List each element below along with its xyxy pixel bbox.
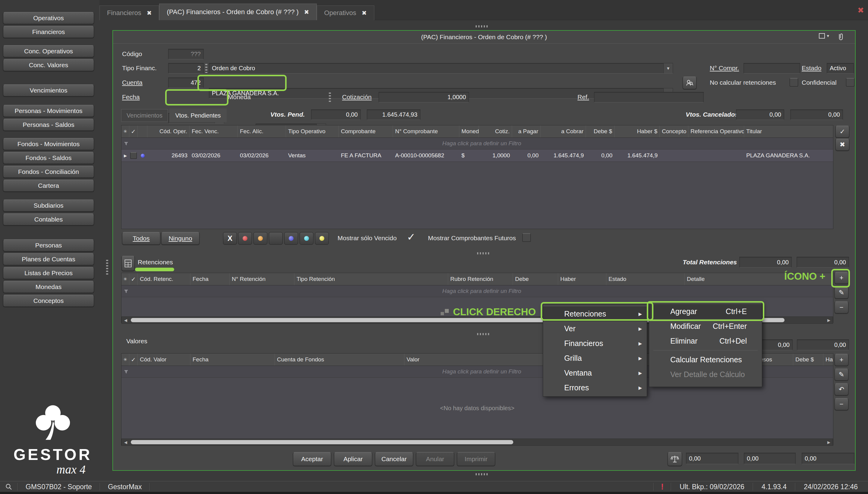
column-header[interactable]: Haber $ [615, 126, 660, 137]
row-expander-icon[interactable]: ▶ [121, 150, 129, 162]
column-header[interactable]: Moneda [459, 126, 479, 137]
sidebar-item-vencimientos[interactable]: Vencimientos [3, 84, 94, 96]
column-header[interactable]: Debe [513, 273, 558, 285]
column-header[interactable]: Referencia Operativo [688, 126, 744, 137]
scroll-thumb[interactable] [131, 440, 513, 444]
cell-cotiz[interactable]: 1,0000 [479, 150, 512, 162]
check-column-icon[interactable]: ✓ [129, 273, 138, 285]
imprimir-button[interactable]: Imprimir [457, 452, 495, 466]
check-column-icon[interactable]: ✓ [129, 354, 138, 366]
codigo-field[interactable]: ??? [168, 49, 204, 59]
valores-undo-button[interactable]: ↶ [834, 383, 848, 396]
column-header[interactable]: Fec. Alíc. [238, 126, 286, 137]
tab-financieros[interactable]: Financieros ✖ [99, 5, 159, 20]
sidebar-item-fondos-conciliacion[interactable]: Fondos - Conciliación [3, 166, 94, 178]
scroll-right-icon[interactable]: ▶ [825, 318, 833, 323]
vencimientos-filter-row[interactable]: Haga click para definir un Filtro [121, 138, 833, 150]
cell-a-pagar[interactable]: 0,00 [512, 150, 541, 162]
cotizacion-field[interactable]: 1,0000 [379, 92, 469, 102]
sidebar-item-fondos-saldos[interactable]: Fondos - Saldos [3, 152, 94, 164]
color-filter-red[interactable] [238, 232, 252, 245]
vertical-splitter-handle[interactable] [106, 260, 108, 276]
cell-comprobante[interactable]: FE A FACTURA [339, 150, 393, 162]
cell-referencia[interactable] [688, 150, 744, 162]
valores-splitter-handle[interactable] [477, 333, 490, 335]
column-header[interactable]: Estado [606, 273, 685, 285]
column-header[interactable]: Haber [558, 273, 606, 285]
confirm-rows-button[interactable]: ✓ [835, 126, 849, 138]
column-header[interactable]: Fec. Venc. [190, 126, 238, 137]
cell-n-comprobante[interactable]: A-00010-00005682 [393, 150, 459, 162]
column-header[interactable]: a Pagar [512, 126, 541, 137]
close-workspace-icon[interactable]: ✖ [855, 5, 867, 16]
tab-retenciones[interactable]: Retenciones [138, 259, 173, 266]
scroll-left-icon[interactable]: ◀ [122, 440, 130, 444]
mostrar-vencido-checkmark[interactable]: ✓ [407, 231, 416, 243]
column-header[interactable]: Cód. Retenc. [138, 273, 191, 285]
balance-button[interactable] [668, 452, 682, 466]
tab-orden-de-cobro[interactable]: (PAC) Financieros - Orden de Cobro (# ??… [159, 4, 316, 20]
submenu-item-calcular-retenciones[interactable]: Calcular Retenciones [649, 352, 762, 367]
ninguno-button[interactable]: Ninguno [161, 232, 199, 245]
cell-cod-oper[interactable]: 26493 [147, 150, 190, 162]
cell-debe[interactable]: 0,00 [586, 150, 615, 162]
menu-item-ventana[interactable]: Ventana ▶ [543, 366, 647, 380]
filter-x-button[interactable]: X [223, 232, 237, 245]
menu-item-ver[interactable]: Ver ▶ [543, 321, 647, 336]
cell-titular[interactable]: PLAZA GANADERA S.A. [744, 150, 833, 162]
tipo-financ-code-field[interactable]: 2 [168, 63, 204, 74]
tab-operativos[interactable]: Operativos ✖ [317, 5, 374, 20]
anular-button[interactable]: Anular [416, 452, 454, 466]
aceptar-button[interactable]: Aceptar [293, 452, 331, 466]
check-column-icon[interactable]: ✓ [129, 126, 138, 137]
search-account-button[interactable] [683, 77, 696, 89]
scroll-left-icon[interactable]: ◀ [122, 318, 130, 323]
color-filter-orange[interactable] [253, 232, 267, 245]
cell-tipo-operativo[interactable]: Ventas [286, 150, 339, 162]
cell-haber[interactable]: 1.645.474,9 [615, 150, 660, 162]
cell-concepto[interactable] [660, 150, 688, 162]
menu-item-errores[interactable]: Errores ▶ [543, 380, 647, 395]
ref-field[interactable] [594, 92, 704, 102]
cancel-rows-button[interactable]: ✖ [835, 139, 849, 151]
cell-fec-alic[interactable]: 03/02/2026 [238, 150, 286, 162]
column-header[interactable]: a Cobrar [541, 126, 586, 137]
tab-close-icon[interactable]: ✖ [304, 8, 309, 16]
retenciones-filter-row[interactable]: Haga click para definir un Filtro [121, 285, 833, 297]
column-header[interactable]: N° Retención [230, 273, 294, 285]
sidebar-item-personas-movimientos[interactable]: Personas - Movimientos [3, 105, 94, 117]
sidebar-item-planes-de-cuentas[interactable]: Planes de Cuentas [3, 253, 94, 265]
color-filter-blue[interactable] [284, 232, 298, 245]
column-header[interactable]: Haber $ [823, 354, 833, 366]
scroll-right-icon[interactable]: ▶ [825, 440, 833, 444]
top-splitter-handle[interactable] [476, 25, 489, 27]
column-header[interactable]: Concepto [660, 126, 688, 137]
valores-remove-button[interactable]: − [834, 398, 848, 410]
row-checkbox[interactable] [129, 150, 138, 162]
todos-button[interactable]: Todos [122, 232, 160, 245]
column-header[interactable]: Debe $ [586, 126, 615, 137]
cell-fec-venc[interactable]: 03/02/2026 [190, 150, 238, 162]
sidebar-item-subdiarios[interactable]: Subdiarios [3, 200, 94, 212]
retenciones-grid-view-button[interactable] [121, 256, 135, 271]
valores-add-button[interactable]: + [834, 354, 848, 366]
sidebar-item-listas-de-precios[interactable]: Listas de Precios [3, 267, 94, 279]
no-calc-retenciones-checkbox[interactable] [790, 78, 798, 87]
mostrar-futuros-checkbox[interactable] [522, 233, 531, 242]
sidebar-item-financieros[interactable]: Financieros [3, 26, 94, 38]
retenciones-edit-button[interactable]: ✎ [834, 287, 848, 299]
restore-dropdown-icon[interactable]: ▾ [827, 33, 829, 39]
confidencial-checkbox[interactable] [846, 78, 854, 87]
retenciones-remove-button[interactable]: − [834, 301, 848, 314]
sidebar-item-cartera[interactable]: Cartera [3, 179, 94, 192]
tab-vencimientos[interactable]: Vencimientos [121, 109, 168, 122]
sidebar-item-conc-operativos[interactable]: Conc. Operativos [3, 45, 94, 57]
search-icon[interactable] [0, 483, 18, 490]
retenciones-splitter-handle[interactable] [477, 252, 490, 254]
column-header[interactable]: N° Comprobante [393, 126, 459, 137]
tipo-financ-combo[interactable]: Orden de Cobro ▾ [209, 63, 673, 74]
cancelar-button[interactable]: Cancelar [375, 452, 413, 466]
submenu-item-eliminar[interactable]: Eliminar Ctrl+Del [649, 334, 762, 348]
aplicar-button[interactable]: Aplicar [334, 452, 372, 466]
select-all-icon[interactable]: ✳ [121, 126, 129, 137]
